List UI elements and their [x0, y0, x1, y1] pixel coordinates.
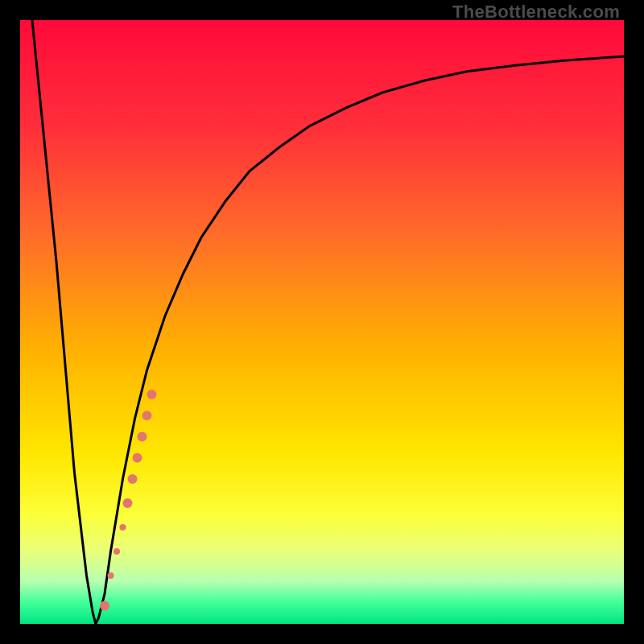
bottleneck-chart — [20, 20, 624, 624]
chart-frame — [20, 20, 624, 624]
data-marker — [100, 601, 109, 611]
data-marker — [123, 498, 133, 508]
data-marker — [147, 390, 157, 399]
data-marker — [114, 548, 120, 555]
data-marker — [120, 524, 126, 530]
data-marker — [128, 474, 138, 484]
data-marker — [142, 411, 152, 420]
heat-background — [20, 20, 624, 624]
data-marker — [138, 432, 147, 442]
data-marker — [133, 453, 142, 463]
data-marker — [108, 572, 114, 579]
